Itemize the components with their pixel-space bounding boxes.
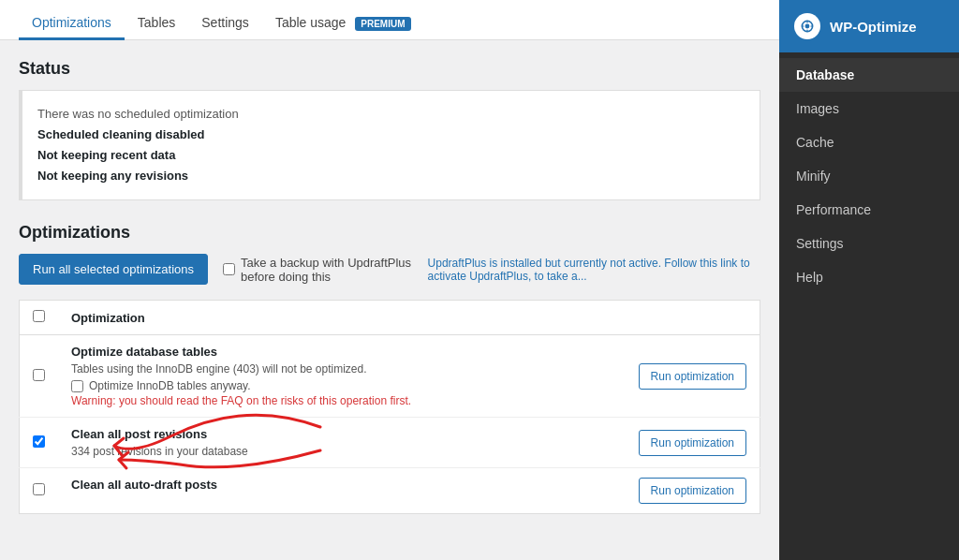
opt-checkbox-clean-revisions[interactable] (33, 435, 45, 448)
opt-name-clean-drafts: Clean all auto-draft posts (71, 478, 598, 492)
sidebar-brand-label: WP-Optimize (830, 19, 917, 35)
status-box: There was no scheduled optimization Sche… (19, 90, 760, 200)
sidebar-item-database[interactable]: Database (779, 58, 959, 92)
run-clean-drafts-button[interactable]: Run optimization (639, 478, 746, 504)
sidebar: WP-Optimize Database Images Cache Minify… (779, 0, 959, 560)
select-all-checkbox[interactable] (33, 310, 45, 322)
status-line-2: Scheduled cleaning disabled (37, 125, 745, 145)
sidebar-item-help[interactable]: Help (779, 260, 959, 294)
opt-warning-optimize-db: Warning: you should read the FAQ on the … (71, 394, 598, 407)
sidebar-item-performance[interactable]: Performance (779, 193, 959, 227)
table-row: Optimize database tables Tables using th… (20, 335, 760, 418)
optimizations-title: Optimizations (19, 223, 760, 243)
innodb-checkbox[interactable] (71, 380, 83, 392)
tabs-bar: Optimizations Tables Settings Table usag… (0, 0, 779, 40)
opt-desc-clean-revisions: 334 post revisions in your database (71, 445, 598, 458)
sidebar-nav: Database Images Cache Minify Performance… (779, 52, 959, 300)
faq-link[interactable]: Warning: you should read the FAQ on the … (71, 394, 411, 407)
sidebar-item-settings[interactable]: Settings (779, 227, 959, 260)
tab-settings[interactable]: Settings (188, 7, 262, 40)
wpo-logo (794, 13, 820, 39)
backup-notice: Take a backup with UpdraftPlus before do… (223, 256, 760, 284)
opt-desc-optimize-db: Tables using the InnoDB engine (403) wil… (71, 362, 598, 376)
sidebar-header: WP-Optimize (779, 0, 959, 52)
tab-tables[interactable]: Tables (125, 7, 188, 40)
run-clean-revisions-button[interactable]: Run optimization (639, 430, 746, 456)
table-row: Clean all post revisions 334 post revisi… (20, 418, 760, 468)
premium-badge: PREMIUM (355, 17, 410, 31)
opt-sub-optimize-db: Optimize InnoDB tables anyway. (71, 379, 598, 392)
optimizations-header: Run all selected optimizations Take a ba… (19, 254, 760, 285)
opt-name-clean-revisions: Clean all post revisions (71, 427, 598, 441)
status-line-4: Not keeping any revisions (37, 166, 745, 186)
sidebar-item-minify[interactable]: Minify (779, 159, 959, 193)
sidebar-item-images[interactable]: Images (779, 92, 959, 125)
status-line-3: Not keeping recent data (37, 145, 745, 166)
tab-table-usage[interactable]: Table usage PREMIUM (262, 7, 424, 40)
backup-link[interactable]: UpdraftPlus is installed but currently n… (428, 257, 760, 283)
optimization-col-header: Optimization (58, 301, 611, 335)
opt-checkbox-optimize-db[interactable] (33, 369, 45, 381)
optimizations-table: Optimization Optimize database tables Ta… (19, 300, 760, 514)
sidebar-item-cache[interactable]: Cache (779, 125, 959, 159)
run-optimize-db-button[interactable]: Run optimization (639, 363, 746, 390)
run-all-button[interactable]: Run all selected optimizations (19, 254, 208, 285)
status-line-1: There was no scheduled optimization (37, 104, 745, 125)
backup-checkbox[interactable] (223, 263, 235, 275)
opt-name-optimize-db: Optimize database tables (71, 345, 598, 359)
table-row: Clean all auto-draft posts Run optimizat… (20, 468, 760, 514)
opt-checkbox-clean-drafts[interactable] (33, 483, 45, 495)
svg-point-1 (805, 24, 810, 29)
tab-optimizations[interactable]: Optimizations (19, 7, 125, 40)
status-title: Status (19, 59, 760, 79)
